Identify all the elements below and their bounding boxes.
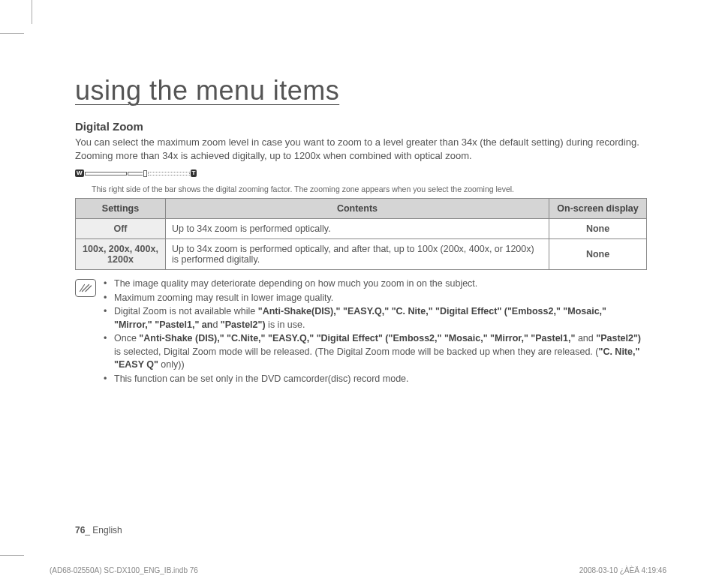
note-item: The image quality may deteriorate depend… [104, 278, 647, 291]
print-file: (AD68-02550A) SC-DX100_ENG_IB.indb 76 [50, 566, 198, 574]
setting-label: 100x, 200x, 400x, 1200x [76, 239, 166, 270]
note-item: This function can be set only in the DVD… [104, 373, 647, 386]
zoom-wide-label: W [75, 170, 84, 177]
print-timestamp: 2008-03-10 ¿ÀÈÄ 4:19:46 [579, 566, 666, 574]
table-row: Off Up to 34x zoom is performed opticall… [76, 219, 647, 239]
table-row: 100x, 200x, 400x, 1200x Up to 34x zoom i… [76, 239, 647, 270]
zoom-caption: This right side of the bar shows the dig… [92, 184, 647, 194]
settings-table: Settings Contents On-screen display Off … [75, 198, 647, 270]
setting-display: None [549, 219, 647, 239]
col-display: On-screen display [549, 199, 647, 219]
note-icon [75, 279, 96, 297]
zoom-bar-diagram: W T [75, 170, 647, 177]
setting-contents: Up to 34x zoom is performed optically, a… [166, 239, 549, 270]
page-content: using the menu items Digital Zoom You ca… [0, 0, 716, 386]
setting-display: None [549, 239, 647, 270]
col-settings: Settings [76, 199, 166, 219]
page-number: 76_ English [75, 525, 122, 536]
notes-list: The image quality may deteriorate depend… [104, 278, 647, 386]
zoom-tele-label: T [191, 170, 197, 177]
setting-label: Off [76, 219, 166, 239]
section-intro: You can select the maximum zoom level in… [75, 136, 647, 162]
print-footer: (AD68-02550A) SC-DX100_ENG_IB.indb 76 20… [50, 566, 666, 574]
setting-contents: Up to 34x zoom is performed optically. [166, 219, 549, 239]
page-title: using the menu items [75, 75, 647, 106]
note-item: Digital Zoom is not available while "Ant… [104, 305, 647, 332]
section-title: Digital Zoom [75, 120, 647, 133]
zoom-track-digital [148, 172, 190, 176]
notes-block: The image quality may deteriorate depend… [75, 278, 647, 386]
note-item: Once "Anti-Shake (DIS)," "C.Nite," "EASY… [104, 332, 647, 372]
note-item: Maximum zooming may result in lower imag… [104, 292, 647, 305]
table-header-row: Settings Contents On-screen display [76, 199, 647, 219]
zoom-track-mid [128, 172, 143, 176]
zoom-track-optical [85, 172, 127, 176]
col-contents: Contents [166, 199, 549, 219]
zoom-knob [143, 170, 147, 177]
